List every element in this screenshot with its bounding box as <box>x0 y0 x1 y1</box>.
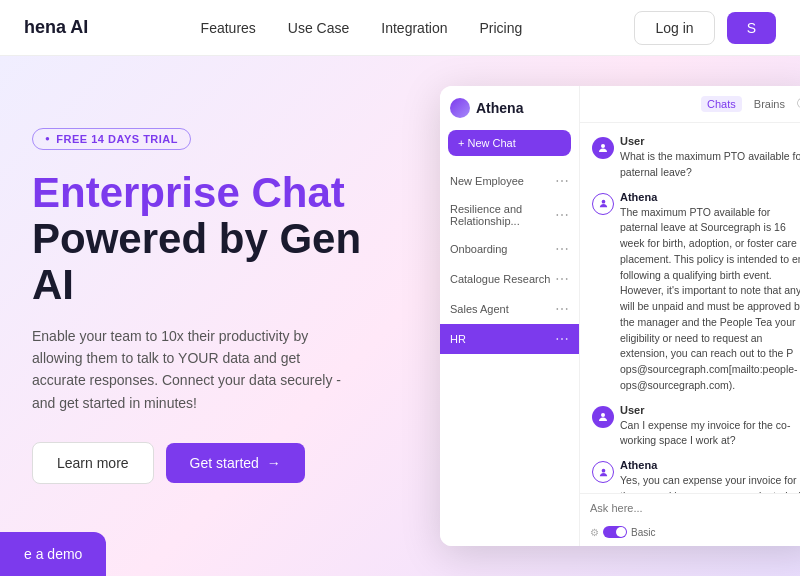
sidebar-item-label: Catalogue Research <box>450 273 550 285</box>
user-avatar <box>592 137 614 159</box>
sidebar-item-label: New Employee <box>450 175 524 187</box>
sidebar-item-onboarding[interactable]: Onboarding ⋯ <box>440 234 579 264</box>
sidebar-item-resilience[interactable]: Resilience and Relationship... ⋯ <box>440 196 579 234</box>
tab-brains[interactable]: Brains <box>748 96 791 112</box>
login-button[interactable]: Log in <box>634 11 714 45</box>
svg-point-2 <box>601 413 605 417</box>
nav-features[interactable]: Features <box>201 20 256 36</box>
message-sender: Athena <box>620 459 800 471</box>
message-row: Athena The maximum PTO available for pat… <box>592 191 800 394</box>
chat-footer: ⚙ Basic <box>580 522 800 546</box>
chat-preview: Athena + New Chat New Employee ⋯ Resilie… <box>420 56 800 576</box>
message-text: What is the maximum PTO available for pa… <box>620 149 800 181</box>
cta-buttons: Learn more Get started → <box>32 442 388 484</box>
mode-label: Basic <box>631 527 655 538</box>
learn-more-button[interactable]: Learn more <box>32 442 154 484</box>
chat-window: Athena + New Chat New Employee ⋯ Resilie… <box>440 86 800 546</box>
sidebar-item-label: Resilience and Relationship... <box>450 203 555 227</box>
nav-pricing[interactable]: Pricing <box>479 20 522 36</box>
sidebar-item-catalogue[interactable]: Catalogue Research ⋯ <box>440 264 579 294</box>
svg-point-0 <box>601 144 605 148</box>
svg-point-3 <box>601 468 605 472</box>
chat-messages: User What is the maximum PTO available f… <box>580 123 800 493</box>
athena-logo-text: Athena <box>476 100 523 116</box>
user-avatar <box>592 406 614 428</box>
hero-subtitle: Enable your team to 10x their productivi… <box>32 325 352 415</box>
message-content: User What is the maximum PTO available f… <box>620 135 800 181</box>
signup-button[interactable]: S <box>727 12 776 44</box>
dots-icon: ⋯ <box>555 173 569 189</box>
trial-badge: FREE 14 DAYS TRIAL <box>32 128 191 150</box>
message-sender: User <box>620 404 800 416</box>
dots-icon: ⋯ <box>555 207 569 223</box>
message-text: Can I expense my invoice for the co-work… <box>620 418 800 450</box>
get-started-button[interactable]: Get started → <box>166 443 305 483</box>
mode-toggle[interactable] <box>603 526 627 538</box>
demo-button[interactable]: e a demo <box>0 532 106 576</box>
nav-integration[interactable]: Integration <box>381 20 447 36</box>
message-content: Athena The maximum PTO available for pat… <box>620 191 800 394</box>
chat-header: Chats Brains ⓘ <box>580 86 800 123</box>
message-row: User Can I expense my invoice for the co… <box>592 404 800 450</box>
sidebar-item-hr[interactable]: HR ⋯ <box>440 324 579 354</box>
athena-logo-icon <box>450 98 470 118</box>
sidebar-item-new-employee[interactable]: New Employee ⋯ <box>440 166 579 196</box>
settings-icon: ⚙ <box>590 527 599 538</box>
main-nav: Features Use Case Integration Pricing <box>201 20 523 36</box>
sidebar-item-label: Onboarding <box>450 243 508 255</box>
dots-icon: ⋯ <box>555 331 569 347</box>
svg-point-1 <box>601 200 605 204</box>
message-content: Athena Yes, you can expense your invoice… <box>620 459 800 493</box>
chat-logo: Athena <box>440 98 579 130</box>
message-text: The maximum PTO available for paternal l… <box>620 205 800 394</box>
header: hena AI Features Use Case Integration Pr… <box>0 0 800 56</box>
message-row: Athena Yes, you can expense your invoice… <box>592 459 800 493</box>
new-chat-button[interactable]: + New Chat <box>448 130 571 156</box>
nav-use-case[interactable]: Use Case <box>288 20 349 36</box>
main-content: FREE 14 DAYS TRIAL Enterprise Chat Power… <box>0 56 800 576</box>
message-sender: User <box>620 135 800 147</box>
message-text: Yes, you can expense your invoice for th… <box>620 473 800 493</box>
logo: hena AI <box>24 17 88 38</box>
header-actions: Log in S <box>634 11 776 45</box>
headline-part2: Powered by Gen AI <box>32 215 361 308</box>
athena-avatar <box>592 461 614 483</box>
dots-icon: ⋯ <box>555 241 569 257</box>
chat-sidebar: Athena + New Chat New Employee ⋯ Resilie… <box>440 86 580 546</box>
get-started-label: Get started <box>190 455 259 471</box>
hero-headline: Enterprise Chat Powered by Gen AI <box>32 170 388 309</box>
sidebar-item-label: Sales Agent <box>450 303 509 315</box>
headline-part1: Enterprise Chat <box>32 169 345 216</box>
message-content: User Can I expense my invoice for the co… <box>620 404 800 450</box>
dots-icon: ⋯ <box>555 271 569 287</box>
tab-chats[interactable]: Chats <box>701 96 742 112</box>
chat-main-area: Chats Brains ⓘ User What is the maximum … <box>580 86 800 546</box>
message-row: User What is the maximum PTO available f… <box>592 135 800 181</box>
message-sender: Athena <box>620 191 800 203</box>
arrow-icon: → <box>267 455 281 471</box>
chat-input-area[interactable] <box>580 493 800 522</box>
sidebar-item-label: HR <box>450 333 466 345</box>
chat-input[interactable] <box>590 502 800 514</box>
athena-avatar <box>592 193 614 215</box>
dots-icon: ⋯ <box>555 301 569 317</box>
sidebar-item-sales[interactable]: Sales Agent ⋯ <box>440 294 579 324</box>
hero-section: FREE 14 DAYS TRIAL Enterprise Chat Power… <box>0 56 420 576</box>
chat-tabs: Chats Brains ⓘ <box>701 96 800 112</box>
